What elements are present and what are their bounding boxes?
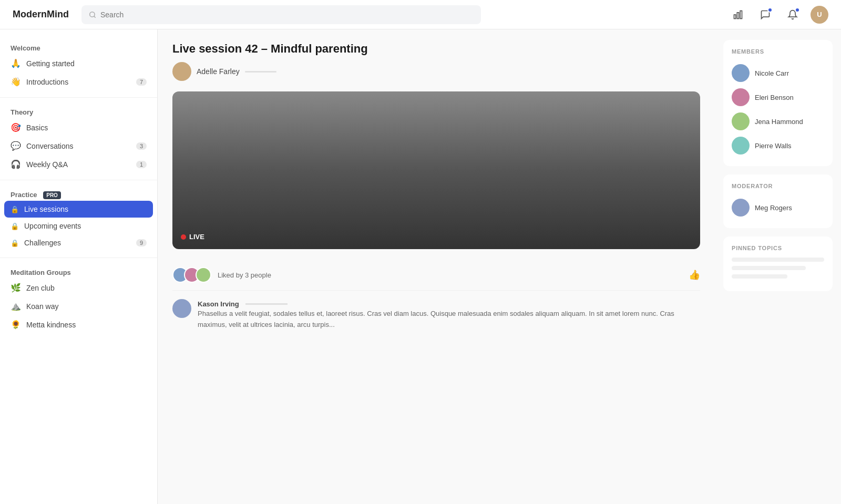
sidebar-item-introductions[interactable]: 👋 Introductions 7 (0, 73, 157, 91)
zen-club-label: Zen club (26, 284, 147, 292)
mountain-icon: ⛰️ (11, 301, 21, 311)
live-label: LIVE (189, 233, 204, 241)
topnav: ModernMind U (0, 0, 841, 29)
likes-avatar-3 (196, 267, 211, 283)
metta-kindness-label: Metta kindness (26, 321, 147, 329)
likes-text: Liked by 3 people (218, 271, 682, 279)
topnav-right: U (729, 5, 828, 24)
sidebar-item-koan-way[interactable]: ⛰️ Koan way (0, 297, 157, 315)
divider-1 (0, 97, 157, 98)
sidebar: Welcome 🙏 Getting started 👋 Introduction… (0, 29, 158, 504)
pinned-line-1 (732, 258, 824, 262)
weekly-qa-badge: 1 (136, 161, 147, 168)
member-name-jena: Jena Hammond (755, 118, 803, 126)
chat-icon: 💬 (11, 141, 21, 151)
sidebar-item-getting-started[interactable]: 🙏 Getting started (0, 54, 157, 73)
stats-icon (733, 9, 743, 20)
pinned-line-2 (732, 266, 806, 270)
user-avatar[interactable]: U (811, 6, 828, 24)
messages-button[interactable] (756, 5, 775, 24)
comment-text: Phasellus a velit feugiat, sodales tellu… (198, 308, 700, 331)
svg-line-1 (94, 16, 96, 17)
member-row-nicole: Nicole Carr (732, 61, 824, 85)
member-name-pierre: Pierre Walls (755, 142, 792, 150)
sidebar-section-meditation-groups: Meditation Groups (0, 264, 157, 279)
sunflower-icon: 🌻 (11, 320, 21, 330)
introductions-badge: 7 (136, 78, 147, 86)
pro-badge: PRO (43, 191, 61, 199)
svg-rect-2 (734, 15, 736, 19)
lock-icon-live: 🔒 (11, 205, 19, 213)
member-row-pierre: Pierre Walls (732, 133, 824, 158)
weekly-qa-label: Weekly Q&A (26, 160, 131, 169)
pinned-topics-panel: PINNED TOPICS (723, 236, 833, 291)
lock-icon-challenges: 🔒 (11, 239, 19, 247)
sidebar-item-challenges[interactable]: 🔒 Challenges 9 (0, 234, 157, 251)
divider-3 (0, 258, 157, 258)
member-row-jena: Jena Hammond (732, 109, 824, 133)
sidebar-section-theory: Theory (0, 104, 157, 118)
member-avatar-jena (732, 112, 750, 130)
moderator-panel: MODERATOR Meg Rogers (723, 174, 833, 228)
member-avatar-pierre (732, 137, 750, 155)
sidebar-item-zen-club[interactable]: 🌿 Zen club (0, 279, 157, 297)
comment-row: Kason Irving Phasellus a velit feugiat, … (172, 291, 700, 339)
live-sessions-label: Live sessions (24, 205, 147, 213)
sidebar-item-live-sessions[interactable]: 🔒 Live sessions (4, 201, 153, 218)
likes-row: Liked by 3 people 👍 (172, 260, 700, 291)
conversations-label: Conversations (26, 142, 131, 150)
sidebar-item-basics[interactable]: 🎯 Basics (0, 118, 157, 137)
svg-rect-3 (737, 12, 739, 18)
author-line-decoration (245, 71, 276, 73)
target-icon: 🎯 (11, 122, 21, 132)
notifications-button[interactable] (783, 5, 802, 24)
search-bar[interactable] (81, 5, 481, 24)
like-button[interactable]: 👍 (689, 269, 700, 281)
sidebar-section-welcome: Welcome (0, 40, 157, 54)
member-name-eleri: Eleri Benson (755, 94, 794, 101)
main-layout: Welcome 🙏 Getting started 👋 Introduction… (0, 29, 841, 504)
stats-button[interactable] (729, 5, 747, 24)
upcoming-events-label: Upcoming events (24, 222, 147, 230)
comment-content: Kason Irving Phasellus a velit feugiat, … (198, 299, 700, 331)
comment-header: Kason Irving (198, 299, 700, 308)
comment-name-decoration (245, 303, 288, 305)
moderator-row: Meg Rogers (732, 196, 824, 220)
session-title: Live session 42 – Mindful parenting (172, 42, 700, 56)
member-avatar-nicole (732, 64, 750, 82)
sidebar-item-upcoming-events[interactable]: 🔒 Upcoming events (0, 218, 157, 234)
likes-avatars (172, 267, 211, 283)
koan-way-label: Koan way (26, 302, 147, 311)
divider-2 (0, 180, 157, 180)
sidebar-section-practice: Practice PRO (0, 187, 157, 201)
zen-icon: 🌿 (11, 283, 21, 293)
introductions-label: Introductions (26, 78, 131, 86)
comment-avatar (172, 299, 191, 318)
praying-icon: 🙏 (11, 58, 21, 68)
members-panel: MEMBERS Nicole Carr Eleri Benson Jena Ha… (723, 40, 833, 166)
comment-author-name: Kason Irving (198, 300, 239, 308)
right-panel: MEMBERS Nicole Carr Eleri Benson Jena Ha… (715, 29, 841, 504)
live-dot (181, 234, 186, 240)
video-player[interactable]: LIVE (172, 91, 700, 249)
search-input[interactable] (100, 11, 474, 19)
member-name-nicole: Nicole Carr (755, 69, 789, 77)
sidebar-item-conversations[interactable]: 💬 Conversations 3 (0, 137, 157, 155)
moderator-title: MODERATOR (732, 183, 824, 189)
headphones-icon: 🎧 (11, 159, 21, 169)
svg-rect-4 (740, 11, 742, 18)
author-avatar (172, 62, 191, 81)
main-content: Live session 42 – Mindful parenting Adel… (158, 29, 715, 504)
sidebar-item-metta-kindness[interactable]: 🌻 Metta kindness (0, 315, 157, 334)
member-avatar-eleri (732, 88, 750, 106)
session-header: Live session 42 – Mindful parenting Adel… (172, 42, 700, 81)
author-name: Adelle Farley (197, 67, 240, 76)
sidebar-item-weekly-qa[interactable]: 🎧 Weekly Q&A 1 (0, 155, 157, 173)
pinned-topics-title: PINNED TOPICS (732, 245, 824, 251)
basics-label: Basics (26, 124, 147, 132)
conversations-badge: 3 (136, 142, 147, 150)
challenges-label: Challenges (24, 239, 131, 247)
wave-icon: 👋 (11, 77, 21, 87)
search-icon (89, 11, 96, 18)
member-row-eleri: Eleri Benson (732, 85, 824, 109)
